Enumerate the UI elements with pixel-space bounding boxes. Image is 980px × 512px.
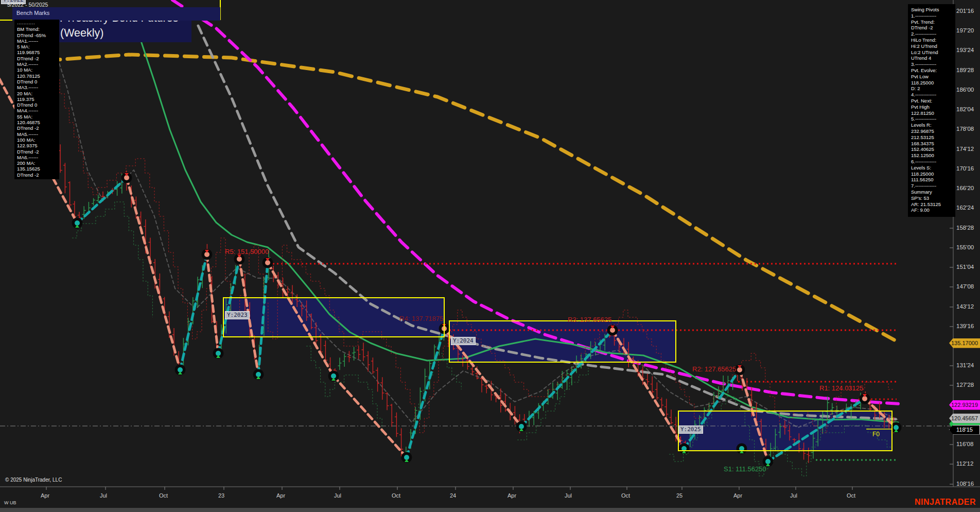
bm-panel-line: MA5.------	[17, 131, 59, 137]
bm-panel-line: MA2.------	[17, 61, 59, 67]
swing-panel-line: Pvt. Evolve:	[911, 67, 955, 74]
time-tick-label: Jul	[334, 492, 341, 499]
ma-200-line	[28, 55, 898, 342]
level-label: S1: 111.56250	[724, 465, 766, 473]
price-tick-label: 193'24	[956, 47, 974, 53]
level-label: R4: 137.71875	[399, 315, 443, 322]
ma-20-line	[138, 32, 898, 422]
ninjatrader-chart-window: 5/2022 - 50/2025 Y:2022 Bench Marks U.S.…	[0, 0, 980, 512]
level-label: F0	[872, 431, 880, 438]
bm-panel-line: DTrend -2	[17, 125, 59, 131]
bm-panel-line: 20 MA:	[17, 91, 59, 96]
swing-panel-line: Pvt High	[911, 104, 955, 110]
bench-marks-box: Bench Marks	[12, 7, 220, 21]
time-tick-label: 23	[218, 492, 224, 499]
swing-panel-line: SP's: 53	[911, 195, 955, 201]
swing-panel-line: Pvt. Next:	[911, 98, 955, 104]
bm-panel-line: 120.46875	[17, 120, 59, 125]
swing-panel-line: HiLo Trend:	[911, 37, 955, 43]
swing-panel-line: D: 2	[911, 86, 955, 92]
price-tick-label: 166'20	[956, 185, 974, 191]
bm-panel-line: DTrend -2	[17, 172, 59, 178]
swing-panel-line: 4.-------------	[911, 92, 955, 98]
zigzag-segment	[127, 178, 180, 370]
price-tick-label: 197'20	[956, 27, 974, 33]
price-marker-tag: 122.93219	[949, 400, 980, 410]
price-tick-label: 158'28	[956, 225, 974, 231]
swing-panel-line: 212.53125	[911, 134, 955, 141]
swing-panel-line: 6.-------------	[911, 159, 955, 165]
time-tick-label: Oct	[847, 492, 855, 499]
time-tick-label: Jul	[565, 492, 572, 499]
price-tick-label: 170'16	[956, 165, 974, 172]
swing-panel-line: 122.81250	[911, 110, 955, 116]
bm-panel-line: 200 MA:	[17, 160, 59, 166]
zigzag-segment	[207, 254, 218, 353]
price-tick-label: 178'08	[956, 126, 974, 132]
copyright-text: © 2025 NinjaTrader, LLC	[5, 477, 62, 483]
bm-panel-line: MA4.------	[17, 108, 59, 113]
price-tick-label: 116'08	[956, 441, 973, 447]
time-tick-label: Oct	[159, 492, 168, 499]
bench-marks-label: Bench Marks	[16, 10, 49, 16]
zigzag-segment	[407, 329, 444, 457]
time-tick-label: 24	[450, 492, 456, 499]
time-tick-label: Oct	[621, 492, 630, 499]
level-label: R5: 151.50000	[225, 248, 269, 255]
swing-panel-line: 118.25000	[911, 171, 955, 177]
bm-panel-line: 55 MA:	[17, 114, 59, 120]
time-tick-label: Oct	[392, 492, 400, 499]
bm-panel-line: MA6.------	[17, 155, 59, 160]
swing-pivots-panel: Swing Pivots1.-------------Pvt. Trend:DT…	[908, 4, 955, 217]
price-tick-label: 189'28	[956, 67, 974, 73]
bottom-scrollbar[interactable]	[0, 508, 980, 512]
swing-panel-line: Lo:2 UTrend	[911, 49, 955, 56]
price-marker-tag: 118'15	[949, 425, 980, 435]
swing-panel-line: 168.34375	[911, 141, 955, 147]
price-marker-tag: 135.17000	[949, 338, 980, 348]
swing-panel-line: Levels R:	[911, 122, 955, 128]
swing-panel-line: 2.-------------	[911, 31, 955, 37]
chart-canvas[interactable]	[0, 0, 980, 512]
price-tick-label: 174'12	[956, 146, 974, 152]
bm-panel-line: DTrend -2	[17, 56, 59, 61]
ma-55-line	[198, 26, 900, 419]
price-tick-label: 201'16	[956, 8, 974, 14]
swing-panel-line: 118.25000	[911, 80, 955, 86]
swing-panel-line: 152.12500	[911, 152, 955, 159]
swing-panel-line: 152.40625	[911, 146, 955, 152]
bm-panel-line: MA3.------	[17, 84, 59, 90]
price-tick-label: 143'12	[956, 303, 974, 310]
swing-panel-line: Pvt. Trend:	[911, 19, 955, 25]
bm-panel-line: DTrend -65%	[17, 32, 59, 38]
benchmarks-indicator-panel: ···········BM Trend:DTrend -65%MA1.-----…	[14, 20, 59, 179]
price-tick-label: 182'04	[956, 106, 974, 112]
bm-panel-line: 5 MA:	[17, 44, 59, 49]
price-tick-label: 112'12	[956, 460, 973, 467]
swing-panel-line: 111.56250	[911, 177, 955, 183]
bm-panel-line: DTrend -2	[17, 149, 59, 155]
swing-panel-line: 5.-------------	[911, 116, 955, 122]
swing-panel-line: 1.-------------	[911, 13, 955, 19]
year-anchor-tag[interactable]: Y:2024	[451, 337, 476, 345]
time-tick-label: Apr	[507, 492, 516, 499]
time-tick-label: 25	[676, 492, 682, 499]
time-tick-label: Apr	[733, 492, 742, 499]
price-tick-label: 131'24	[956, 362, 974, 368]
bm-panel-line: MA1.------	[17, 38, 59, 44]
ma-10-line	[47, 26, 898, 428]
year-anchor-tag[interactable]: Y:2025	[678, 425, 703, 434]
price-tick-label: 186'00	[956, 87, 974, 93]
year-anchor-tag[interactable]: Y:2023	[225, 311, 250, 319]
swing-panel-line: 232.96875	[911, 128, 955, 134]
time-tick-label: Apr	[41, 492, 49, 499]
level-label: R2: 127.65625	[692, 365, 736, 373]
swing-panel-line: AF: 9.00	[911, 207, 955, 213]
swing-panel-line: Levels S:	[911, 165, 955, 171]
price-tick-label: 151'04	[956, 264, 974, 270]
level-label: R1: 124.03125	[819, 384, 863, 392]
price-tick-label: 108'16	[956, 481, 974, 487]
level-label: R3: 137.65625	[568, 316, 611, 323]
swing-panel-line: 7.-------------	[911, 183, 955, 189]
price-tick-label: 162'24	[956, 204, 974, 211]
